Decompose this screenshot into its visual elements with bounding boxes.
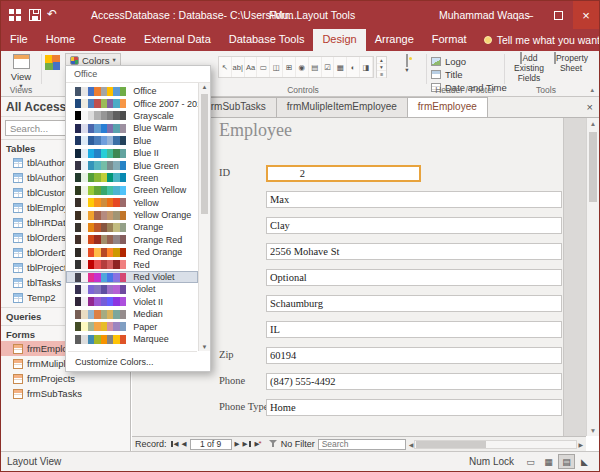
tab-database-tools[interactable]: Database Tools	[220, 29, 314, 51]
scroll-down-icon[interactable]: ▼	[587, 427, 599, 434]
select-control-icon[interactable]: ↖	[219, 57, 232, 77]
scroll-down-icon[interactable]: ▼	[199, 344, 210, 350]
color-theme-option[interactable]: Orange Red	[66, 234, 198, 246]
scroll-up-icon[interactable]: ▲	[199, 84, 210, 90]
color-theme-option[interactable]: Yellow Orange	[66, 209, 198, 221]
undo-icon[interactable]: ↶	[47, 7, 57, 21]
nav-item-form[interactable]: frmSubTasks	[1, 386, 130, 401]
color-theme-option[interactable]: Median	[66, 308, 198, 320]
color-theme-option[interactable]: Office 2007 - 2010	[66, 97, 198, 109]
color-theme-option-selected[interactable]: Red Violet	[66, 271, 198, 283]
color-theme-option[interactable]: Marquee	[66, 333, 198, 345]
customize-colors-item[interactable]: Customize Colors...	[66, 354, 198, 371]
tab-design[interactable]: Design	[313, 29, 365, 51]
tab-format[interactable]: Format	[423, 29, 476, 51]
themes-button[interactable]	[45, 55, 60, 70]
color-theme-option[interactable]: Red	[66, 258, 198, 270]
first-record-button[interactable]: ◀	[170, 441, 179, 448]
field-label[interactable]: Phone Type	[219, 401, 269, 412]
field-value[interactable]: Home	[266, 399, 562, 416]
gallery-up-icon[interactable]: ▴	[377, 57, 386, 64]
button-control-icon[interactable]: ▭	[257, 57, 270, 77]
new-record-button[interactable]: ▶*	[255, 440, 262, 448]
close-document-icon[interactable]: ×	[581, 101, 599, 113]
color-theme-option[interactable]: Yellow	[66, 197, 198, 209]
label-control-icon[interactable]: Aa	[245, 57, 258, 77]
color-theme-option[interactable]: Blue Warm	[66, 122, 198, 134]
filter-status[interactable]: No Filter	[281, 439, 315, 449]
minimize-button[interactable]: –	[517, 1, 543, 29]
color-theme-option[interactable]: Violet II	[66, 296, 198, 308]
color-theme-option[interactable]: Violet	[66, 283, 198, 295]
color-theme-option[interactable]: Paper	[66, 320, 198, 332]
field-label[interactable]: Phone	[219, 375, 245, 386]
nav-item-form[interactable]: frmProjects	[1, 371, 130, 386]
tab-create[interactable]: Create	[84, 29, 135, 51]
restore-button[interactable]	[545, 1, 571, 29]
last-record-button[interactable]: ▶	[243, 441, 252, 448]
field-value[interactable]: IL	[266, 321, 562, 338]
design-view-icon[interactable]: ◣	[576, 454, 593, 469]
tab-control-icon[interactable]: ◫	[270, 57, 283, 77]
scrollbar-thumb[interactable]	[416, 441, 486, 448]
tab-home[interactable]: Home	[37, 29, 84, 51]
tab-external-data[interactable]: External Data	[135, 29, 220, 51]
check-box-control-icon[interactable]: ☑	[322, 57, 335, 77]
color-theme-option[interactable]: Blue	[66, 135, 198, 147]
filter-icon[interactable]	[269, 440, 278, 448]
color-theme-option[interactable]: Grayscale	[66, 110, 198, 122]
field-value[interactable]: (847) 555-4492	[266, 373, 562, 390]
record-position[interactable]: 1 of 9	[190, 439, 232, 450]
field-value[interactable]: Optional	[266, 269, 562, 286]
gallery-more-icon[interactable]: ≡	[377, 71, 386, 78]
title-button[interactable]: Title	[431, 68, 463, 80]
collapse-ribbon-icon[interactable]: ▴	[590, 86, 594, 94]
scrollbar-track[interactable]	[414, 440, 577, 449]
scrollbar-thumb[interactable]	[201, 94, 208, 214]
field-value-selected[interactable]: 2	[266, 165, 421, 182]
scrollbar-thumb[interactable]	[589, 132, 597, 202]
color-theme-option[interactable]: Blue II	[66, 147, 198, 159]
subform-control-icon[interactable]: ▦	[334, 57, 347, 77]
horizontal-scrollbar[interactable]: ◀ ▶	[409, 439, 583, 450]
field-value[interactable]: Schaumburg	[266, 295, 562, 312]
navigation-control-icon[interactable]: ▤	[309, 57, 322, 77]
color-theme-option[interactable]: Red Orange	[66, 246, 198, 258]
tell-me-box[interactable]: Tell me what you want to do	[484, 29, 600, 51]
insert-image-button[interactable]: ▾	[392, 55, 422, 74]
chart-control-icon[interactable]: ◐	[347, 57, 360, 77]
tab-arrange[interactable]: Arrange	[366, 29, 423, 51]
dropdown-scrollbar[interactable]: ▲ ▼	[198, 83, 210, 351]
form-title[interactable]: Employee	[219, 120, 292, 141]
gallery-down-icon[interactable]: ▾	[377, 64, 386, 71]
record-search-input[interactable]: Search	[318, 439, 406, 450]
field-label[interactable]: ID	[219, 167, 230, 178]
color-theme-option[interactable]: Office	[66, 85, 198, 97]
doc-tab-frmemployee-active[interactable]: frmEmployee	[407, 97, 488, 117]
app-launcher-icon[interactable]	[9, 9, 22, 22]
field-value[interactable]: 2556 Mohave St	[266, 243, 562, 260]
field-value[interactable]: 60194	[266, 347, 562, 364]
logo-button[interactable]: Logo	[431, 55, 466, 67]
color-theme-option[interactable]: Green	[66, 172, 198, 184]
hyperlink-control-icon[interactable]: ⊞	[283, 57, 296, 77]
field-value[interactable]: Max	[266, 191, 562, 208]
layout-view-icon[interactable]: ▤	[558, 454, 575, 469]
color-theme-option[interactable]: Blue Green	[66, 159, 198, 171]
add-existing-fields-button[interactable]: Add Existing Fields	[507, 54, 551, 83]
previous-record-button[interactable]: ◀	[182, 441, 187, 448]
form-view-icon[interactable]: ▭	[522, 454, 539, 469]
next-record-button[interactable]: ▶	[235, 441, 240, 448]
color-theme-option[interactable]: Green Yellow	[66, 184, 198, 196]
datasheet-view-icon[interactable]: ▦	[540, 454, 557, 469]
scroll-left-icon[interactable]: ◀	[409, 441, 414, 448]
field-label[interactable]: Zip	[219, 349, 234, 360]
scroll-up-icon[interactable]: ▲	[587, 120, 599, 127]
web-browser-control-icon[interactable]: ◉	[296, 57, 309, 77]
color-theme-option[interactable]: Orange	[66, 221, 198, 233]
vertical-scrollbar[interactable]: ▲ ▼	[586, 118, 599, 436]
close-button[interactable]: ×	[573, 1, 599, 29]
scroll-right-icon[interactable]: ▶	[578, 441, 583, 448]
save-icon[interactable]	[29, 9, 41, 21]
image-control-icon[interactable]: ◨	[360, 57, 373, 77]
